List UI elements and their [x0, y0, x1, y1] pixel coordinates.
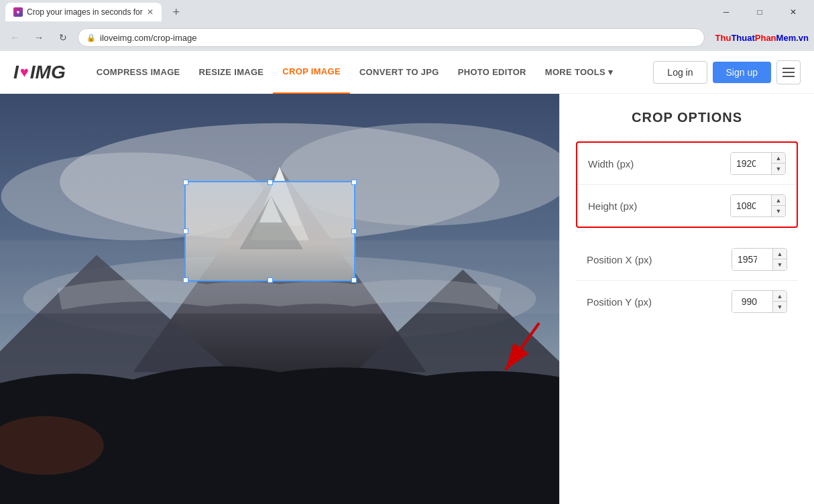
forward-button[interactable]: → — [30, 28, 48, 47]
crop-options-title: CROP OPTIONS — [576, 110, 798, 125]
minimize-button[interactable]: ─ — [711, 2, 742, 22]
crop-handle-top-left[interactable] — [183, 180, 188, 185]
browser-tab[interactable]: ♥ Crop your images in seconds for ✕ — [5, 3, 162, 21]
main-content: CROP OPTIONS Width (px) ▲ ▼ — [0, 94, 814, 504]
watermark: ThuThuatPhanMem.vn — [715, 33, 809, 43]
position-y-decrement-button[interactable]: ▼ — [773, 302, 787, 312]
close-button[interactable]: ✕ — [778, 2, 809, 22]
tab-title: Crop your images in seconds for — [27, 7, 143, 17]
position-x-decrement-button[interactable]: ▼ — [773, 259, 787, 270]
tab-close-button[interactable]: ✕ — [147, 7, 154, 17]
nav-compress-image[interactable]: COMPRESS IMAGE — [87, 51, 190, 94]
position-x-number-input[interactable]: ▲ ▼ — [732, 248, 787, 271]
crop-handle-top-middle[interactable] — [268, 180, 273, 185]
crop-handle-bottom-right[interactable] — [351, 277, 357, 283]
window-controls: ─ □ ✕ — [711, 2, 809, 22]
crop-selection-box[interactable] — [184, 181, 355, 281]
nav-convert-to-jpg[interactable]: CONVERT TO JPG — [350, 51, 449, 94]
maximize-button[interactable]: □ — [744, 2, 775, 22]
navbar: I ♥ IMG COMPRESS IMAGE RESIZE IMAGE CROP… — [0, 51, 814, 94]
width-input-container: ▲ ▼ — [730, 152, 786, 175]
position-y-input[interactable] — [732, 291, 772, 312]
chevron-down-icon: ▾ — [608, 67, 613, 77]
hamburger-line — [782, 76, 795, 77]
nav-links: COMPRESS IMAGE RESIZE IMAGE CROP IMAGE C… — [87, 51, 654, 94]
refresh-button[interactable]: ↻ — [54, 28, 72, 47]
login-button[interactable]: Log in — [653, 61, 707, 84]
menu-button[interactable] — [776, 60, 801, 84]
address-bar: ← → ↻ 🔒 iloveimg.com/crop-image ThuThuat… — [0, 24, 814, 51]
position-x-increment-button[interactable]: ▲ — [773, 249, 787, 259]
position-x-option-row: Position X (px) ▲ ▼ — [576, 239, 798, 281]
position-x-spinners: ▲ ▼ — [772, 249, 787, 270]
height-spinners: ▲ ▼ — [771, 195, 785, 216]
nav-photo-editor[interactable]: PHOTO EDITOR — [449, 51, 536, 94]
image-editor-area[interactable] — [0, 94, 559, 504]
crop-preview — [186, 182, 354, 280]
nav-resize-image[interactable]: RESIZE IMAGE — [190, 51, 274, 94]
position-y-input-container: ▲ ▼ — [732, 290, 787, 313]
height-input-container: ▲ ▼ — [730, 194, 786, 217]
hamburger-line — [782, 72, 795, 73]
nav-right: Log in Sign up — [653, 60, 801, 84]
position-y-number-input[interactable]: ▲ ▼ — [732, 290, 787, 313]
width-option-row: Width (px) ▲ ▼ — [577, 143, 797, 185]
svg-line-17 — [506, 323, 539, 370]
width-spinners: ▲ ▼ — [771, 153, 785, 174]
width-number-input[interactable]: ▲ ▼ — [730, 152, 786, 175]
crop-handle-top-right[interactable] — [351, 180, 357, 185]
logo[interactable]: I ♥ IMG — [13, 62, 66, 83]
height-decrement-button[interactable]: ▼ — [772, 206, 785, 216]
position-x-input-container: ▲ ▼ — [732, 248, 787, 271]
position-y-spinners: ▲ ▼ — [772, 291, 787, 312]
position-y-increment-button[interactable]: ▲ — [773, 291, 787, 302]
signup-button[interactable]: Sign up — [713, 62, 771, 83]
crop-options-panel: CROP OPTIONS Width (px) ▲ ▼ — [559, 94, 814, 504]
logo-img: IMG — [30, 62, 66, 83]
hamburger-line — [782, 68, 795, 69]
width-increment-button[interactable]: ▲ — [772, 153, 785, 164]
crop-handle-middle-left[interactable] — [183, 229, 188, 234]
url-bar[interactable]: 🔒 iloveimg.com/crop-image — [78, 28, 705, 47]
logo-i: I — [13, 62, 19, 83]
height-option-row: Height (px) ▲ ▼ — [577, 185, 797, 227]
position-y-option-row: Position Y (px) ▲ ▼ — [576, 281, 798, 322]
height-label: Height (px) — [588, 200, 730, 212]
crop-handle-bottom-middle[interactable] — [268, 277, 273, 283]
back-button[interactable]: ← — [5, 28, 24, 47]
position-x-input[interactable] — [732, 249, 772, 270]
height-increment-button[interactable]: ▲ — [772, 195, 785, 206]
crop-handle-bottom-left[interactable] — [183, 277, 188, 283]
width-decrement-button[interactable]: ▼ — [772, 164, 785, 174]
height-input[interactable] — [731, 195, 771, 216]
arrow-indicator — [492, 316, 546, 383]
crop-handle-middle-right[interactable] — [351, 229, 357, 234]
width-label: Width (px) — [588, 158, 730, 170]
logo-heart: ♥ — [20, 64, 29, 81]
height-number-input[interactable]: ▲ ▼ — [730, 194, 786, 217]
background-image — [0, 94, 559, 504]
nav-crop-image[interactable]: CROP IMAGE — [273, 51, 350, 94]
lock-icon: 🔒 — [86, 34, 96, 42]
tab-favicon: ♥ — [13, 7, 23, 17]
position-x-label: Position X (px) — [587, 254, 732, 265]
highlighted-options: Width (px) ▲ ▼ Height (px) — [576, 141, 798, 228]
nav-more-tools[interactable]: MORE TOOLS ▾ — [536, 51, 622, 94]
new-tab-button[interactable]: + — [167, 3, 186, 21]
page-content: I ♥ IMG COMPRESS IMAGE RESIZE IMAGE CROP… — [0, 51, 814, 504]
position-y-label: Position Y (px) — [587, 296, 732, 308]
url-text: iloveimg.com/crop-image — [100, 33, 197, 43]
width-input[interactable] — [731, 153, 771, 174]
